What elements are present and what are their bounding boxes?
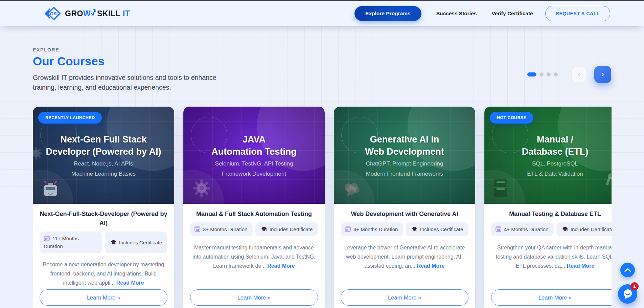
course-description: Strengthen your QA career with in-depth … [491,243,612,270]
carousel-dot[interactable] [527,72,536,76]
calendar-icon [495,226,502,232]
chevron-left-icon: ‹ [578,70,580,79]
status-badge: HOT COURSE [490,112,533,124]
section-header: EXPLORE Our Courses Growskill IT provide… [33,47,611,92]
carousel-dots [527,72,558,76]
logo-diamond-icon: GSI [44,6,62,21]
chevron-up-icon [624,268,631,272]
calendar-icon [194,226,201,232]
course-title: Web Development with Generative AI [341,210,468,219]
carousel-prev-button[interactable]: ‹ [571,67,587,82]
course-title: Manual & Full Stack Automation Testing [190,210,318,219]
course-meta: 3+ Months Duration Includes Certificate [341,222,468,236]
nav-links: Explore Programs Success Stories Verify … [354,6,610,21]
graduation-cap-icon [261,226,267,232]
carousel-dot[interactable] [539,72,544,76]
banner-title: JAVAAutomation Testing [211,133,296,158]
carousel-dot[interactable] [547,72,551,76]
course-card-banner: RECENTLY LAUNCHED Next-Gen Full StackDev… [33,107,174,204]
cabinet-icon [493,178,508,198]
brain-icon [343,182,361,198]
nav-item-explore-programs[interactable]: Explore Programs [354,6,421,21]
course-meta: 4+ Months Duration Includes Certificate [491,222,612,236]
banner-subtitle: Selenium, TestNG, API Testing [215,161,293,167]
section-description: Growskill IT provides innovative solutio… [33,73,222,92]
duration-chip: 3+ Months Duration [341,222,403,236]
duration-chip: 11+ Months Duration [40,232,102,253]
banner-title: Next-Gen Full StackDeveloper (Powered by… [46,133,161,158]
course-description: Become a next-generation developer by ma… [40,260,167,287]
chevron-right-icon: › [601,70,604,79]
course-title: Manual Testing & Database ETL [491,210,612,219]
graduation-cap-icon [110,239,117,245]
course-card-banner: JAVAAutomation Testing Selenium, TestNG,… [183,107,325,204]
status-badge: RECENTLY LAUNCHED [38,112,102,124]
svg-text:GSI: GSI [50,11,58,16]
banner-title: Manual /Database (ETL) [522,133,589,158]
course-card-body: Manual Testing & Database ETL 4+ Months … [484,204,612,308]
calendar-icon [44,235,50,241]
page-title: Our Courses [33,54,611,68]
banner-subtitle: Modern Frontend Frameworks [366,171,443,177]
gear-icon [33,147,43,160]
certificate-chip: Includes Certificate [406,222,468,236]
course-description: Master manual testing fundamentals and a… [190,243,318,270]
wrench-icon [603,173,612,186]
learn-more-button[interactable]: Learn More » [40,289,167,306]
nav-item-verify-certificate[interactable]: Verify Certificate [491,10,533,17]
certificate-chip: Includes Certificate [255,222,318,236]
course-description: Leverage the power of Generative AI to a… [341,243,468,270]
logo-wordmark: GROWSKILL IT [65,9,130,18]
read-more-link[interactable]: Read More [116,280,144,286]
learn-more-button[interactable]: Learn More » [491,289,612,306]
banner-subtitle: ChatGPT, Prompt Engineering [366,161,443,167]
graduation-cap-icon [562,226,568,232]
carousel-dot[interactable] [554,72,558,76]
carousel-viewport: RECENTLY LAUNCHED Next-Gen Full StackDev… [33,107,612,308]
read-more-link[interactable]: Read More [267,263,295,269]
course-meta: 3+ Months Duration Includes Certificate [190,222,318,236]
request-a-call-button[interactable]: REQUEST A CALL [545,6,610,21]
course-card: Generative AI inWeb Development ChatGPT,… [334,107,475,308]
course-card: RECENTLY LAUNCHED Next-Gen Full StackDev… [33,107,174,308]
chat-widget-button[interactable]: 1 [618,284,637,304]
banner-subtitle: React, Node.js, AI APIs [74,161,133,167]
gear-icon [192,179,211,198]
banner-subtitle: Framework Development [222,171,286,177]
carousel-controls: ‹ › [527,66,611,83]
learn-more-button[interactable]: Learn More » [341,289,468,306]
calendar-icon [345,226,351,232]
course-card-body: Next-Gen-Full-Stack-Developer (Powered b… [33,204,174,308]
chat-bubble-icon [622,289,633,300]
course-card-banner: HOT COURSE Manual /Database (ETL) SQL, P… [484,107,612,204]
certificate-chip: Includes Certificate [105,232,167,253]
read-more-link[interactable]: Read More [567,263,594,269]
course-card-banner: Generative AI inWeb Development ChatGPT,… [334,107,475,204]
course-card-body: Web Development with Generative AI 3+ Mo… [334,204,475,308]
banner-subtitle: ETL & Data Validation [527,171,583,177]
duration-chip: 3+ Months Duration [190,222,253,236]
graduation-cap-icon [411,226,418,232]
navbar: GSI GROWSKILL IT Explore Programs Succes… [0,1,644,26]
growth-arrow-icon [91,9,96,16]
read-more-link[interactable]: Read More [417,263,444,269]
carousel-track: RECENTLY LAUNCHED Next-Gen Full StackDev… [33,107,612,308]
certificate-chip: Includes Certificate [556,222,612,236]
banner-subtitle: Machine Learning Basics [71,171,136,177]
logo[interactable]: GSI GROWSKILL IT [44,6,130,21]
banner-title: Generative AI inWeb Development [365,133,444,158]
scroll-to-top-button[interactable] [620,263,635,277]
section-eyebrow: EXPLORE [33,47,611,52]
duration-chip: 4+ Months Duration [491,222,554,236]
learn-more-button[interactable]: Learn More » [190,289,318,306]
nav-item-success-stories[interactable]: Success Stories [436,10,477,17]
robot-icon [42,181,59,198]
course-card: JAVAAutomation Testing Selenium, TestNG,… [183,107,325,308]
course-meta: 11+ Months Duration Includes Certificate [40,232,167,253]
course-card-body: Manual & Full Stack Automation Testing 3… [183,204,325,308]
notification-badge: 1 [630,282,639,290]
course-card: HOT COURSE Manual /Database (ETL) SQL, P… [484,107,612,308]
carousel-next-button[interactable]: › [594,66,611,83]
banner-subtitle: SQL, PostgreSQL [532,161,578,167]
course-title: Next-Gen-Full-Stack-Developer (Powered b… [40,210,167,228]
